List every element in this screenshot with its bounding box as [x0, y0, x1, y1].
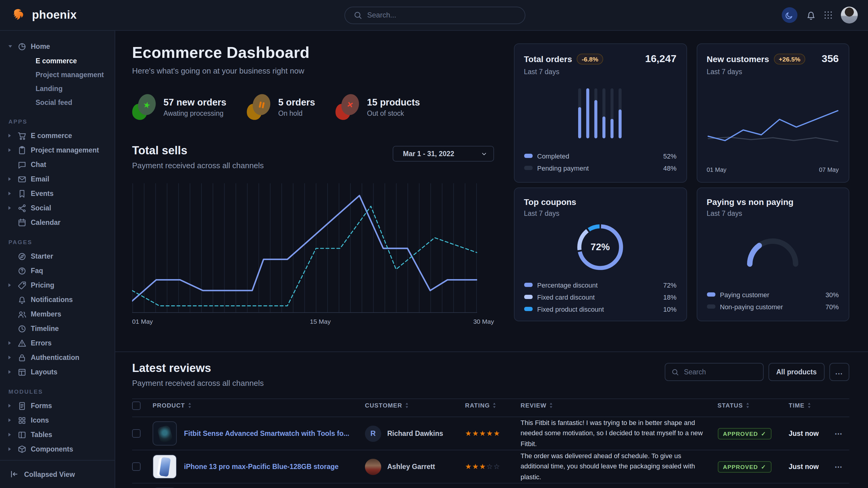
- sidebar-item-pricing[interactable]: Pricing: [8, 278, 111, 292]
- sidebar-item-calendar[interactable]: Calendar: [8, 215, 111, 230]
- paying-vs-nonpaying-card: Paying vs non paying Last 7 days Paying …: [696, 188, 849, 321]
- date-range-value: Mar 1 - 31, 2022: [403, 150, 454, 157]
- phoenix-logo-icon: [12, 7, 27, 23]
- main-content: Ecommerce Dashboard Here's what's going …: [115, 31, 868, 488]
- reviews-subtitle: Payment received across all channels: [132, 379, 264, 388]
- sidebar-subitem-e-commerce[interactable]: E commerce: [8, 54, 111, 67]
- sidebar-item-icons[interactable]: Icons: [8, 413, 111, 427]
- sort-icon: [492, 402, 496, 409]
- sidebar-item-notifications[interactable]: Notifications: [8, 292, 111, 307]
- warning-triangle-icon: [18, 338, 27, 348]
- sidebar-item-home[interactable]: Home: [8, 39, 111, 54]
- reviews-table: PRODUCTCUSTOMERRATINGREVIEWSTATUSTIME Fi…: [132, 398, 849, 488]
- product-thumbnail[interactable]: [153, 455, 177, 479]
- sidebar-item-timeline[interactable]: Timeline: [8, 321, 111, 336]
- sidebar-item-authentication[interactable]: Authentication: [8, 350, 111, 365]
- star-icon: ★: [142, 100, 151, 110]
- review-time: Just now: [789, 430, 835, 437]
- legend-swatch: [707, 292, 715, 297]
- column-label: CUSTOMER: [365, 402, 402, 409]
- stat-label: On hold: [278, 109, 315, 117]
- product-link[interactable]: iPhone 13 pro max-Pacific Blue-128GB sto…: [184, 463, 339, 470]
- chevron-right-icon: [8, 283, 13, 287]
- brand[interactable]: phoenix: [12, 7, 115, 23]
- sort-icon: [405, 402, 409, 409]
- search-icon: [353, 10, 363, 20]
- more-options-button[interactable]: ...: [829, 363, 849, 381]
- stat-icon: ★: [132, 93, 156, 120]
- sidebar-item-components[interactable]: Components: [8, 442, 111, 456]
- column-header-review[interactable]: REVIEW: [521, 402, 717, 409]
- review-row: Fitbit Sense Advanced Smartwatch with To…: [132, 417, 849, 450]
- sidebar-item-email[interactable]: Email: [8, 172, 111, 186]
- sidebar-item-forms[interactable]: Forms: [8, 398, 111, 413]
- row-checkbox[interactable]: [132, 462, 141, 471]
- stat-value: 15 products: [367, 97, 420, 108]
- legend-label: Non-paying customer: [720, 303, 783, 310]
- legend-label: Completed: [537, 152, 569, 159]
- sidebar-subitem-project-management[interactable]: Project management: [8, 67, 111, 82]
- select-all-checkbox[interactable]: [132, 401, 141, 410]
- sidebar-item-faq[interactable]: Faq: [8, 263, 111, 278]
- pie-chart-icon: [18, 42, 27, 51]
- product-thumbnail[interactable]: [153, 421, 177, 446]
- date-range-select[interactable]: Mar 1 - 31, 2022: [393, 146, 494, 162]
- nine-dots-icon: [824, 11, 832, 19]
- column-header-product[interactable]: PRODUCT: [153, 402, 365, 409]
- sidebar-section-label-pages: PAGES: [8, 239, 111, 246]
- sort-icon: [745, 402, 749, 409]
- tag-icon: [18, 281, 27, 290]
- calendar-icon: [18, 218, 27, 227]
- sidebar-subitem-social-feed[interactable]: Social feed: [8, 95, 111, 109]
- reviews-title: Latest reviews: [132, 362, 264, 375]
- sidebar-subitem-landing[interactable]: Landing: [8, 82, 111, 95]
- sidebar-item-label: E commerce: [31, 132, 72, 139]
- sidebar-item-social[interactable]: Social: [8, 201, 111, 215]
- sidebar-item-layouts[interactable]: Layouts: [8, 365, 111, 379]
- reviews-search-input[interactable]: Search: [665, 363, 764, 381]
- chevron-down-icon: [481, 151, 487, 157]
- collapsed-view-label: Collapsed View: [24, 470, 75, 478]
- card-title: Total orders: [524, 54, 572, 64]
- sidebar-item-e-commerce[interactable]: E commerce: [8, 128, 111, 143]
- user-avatar[interactable]: [841, 7, 858, 24]
- all-products-button[interactable]: All products: [769, 363, 825, 381]
- legend-swatch: [524, 166, 532, 170]
- sidebar-item-errors[interactable]: Errors: [8, 336, 111, 350]
- sidebar-item-project-management[interactable]: Project management: [8, 143, 111, 157]
- clipboard-icon: [18, 145, 27, 155]
- columns-icon: [18, 430, 27, 439]
- global-search-input[interactable]: Search...: [344, 6, 525, 24]
- orders-legend: Completed52%Pending payment48%: [524, 151, 677, 173]
- theme-toggle-button[interactable]: [781, 7, 797, 23]
- file-text-icon: [18, 401, 27, 410]
- top-coupons-card: Top coupons Last 7 days 72% Percentage d…: [514, 188, 687, 321]
- column-header-status[interactable]: STATUS: [717, 402, 789, 409]
- column-header-customer[interactable]: CUSTOMER: [365, 402, 465, 409]
- column-header-rating[interactable]: RATING: [465, 402, 521, 409]
- card-period: Last 7 days: [707, 210, 839, 217]
- notifications-button[interactable]: [806, 10, 816, 20]
- order-stats-row: ★57 new ordersAwating processing5 orders…: [132, 93, 494, 120]
- card-period: Last 7 days: [524, 68, 677, 75]
- sidebar-item-chat[interactable]: Chat: [8, 157, 111, 172]
- sidebar-item-events[interactable]: Events: [8, 186, 111, 201]
- row-checkbox[interactable]: [132, 429, 141, 438]
- apps-grid-button[interactable]: [824, 11, 832, 19]
- product-link[interactable]: Fitbit Sense Advanced Smartwatch with To…: [184, 430, 349, 437]
- column-header-time[interactable]: TIME: [789, 402, 835, 409]
- row-menu-button[interactable]: ⋯: [835, 429, 849, 438]
- collapsed-view-button[interactable]: Collapsed View: [0, 460, 115, 488]
- bookmark-icon: [18, 189, 27, 198]
- sidebar-item-members[interactable]: Members: [8, 307, 111, 321]
- question-circle-icon: [18, 266, 27, 275]
- sort-icon: [549, 402, 553, 409]
- chevron-right-icon: [8, 206, 13, 210]
- sidebar-item-tables[interactable]: Tables: [8, 427, 111, 442]
- row-menu-button[interactable]: ⋯: [835, 462, 849, 471]
- sidebar-item-starter[interactable]: Starter: [8, 249, 111, 263]
- new-customers-card: New customers +26.5% 356 Last 7 days 01 …: [696, 43, 849, 183]
- reviews-controls: Search All products ...: [665, 363, 849, 381]
- legend-swatch: [524, 307, 532, 311]
- legend-label: Fixed product discount: [537, 305, 604, 313]
